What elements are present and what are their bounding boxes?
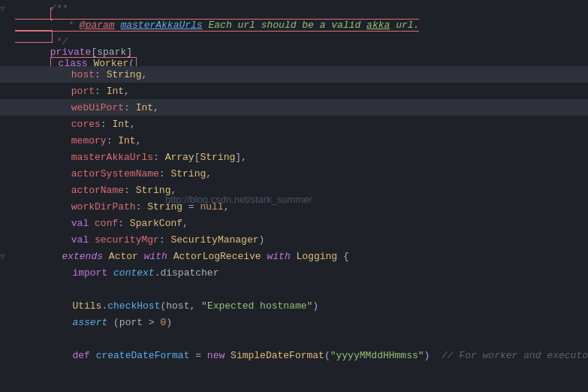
kw-private: private bbox=[50, 47, 92, 58]
fold-gutter-19 bbox=[0, 301, 11, 310]
code-editor: ▽ /** * @param masterAkkaUrls Each url s… bbox=[0, 0, 588, 392]
fn-createdateformat: createDateFormat bbox=[96, 350, 190, 361]
class-simpledateformat: SimpleDateFormat bbox=[231, 350, 324, 361]
fold-gutter-20 bbox=[0, 318, 11, 327]
fold-gutter-3 bbox=[0, 37, 11, 46]
fold-gutter-7 bbox=[0, 103, 11, 112]
fold-gutter-9 bbox=[0, 136, 11, 145]
punct-bracket: [spark] bbox=[91, 47, 132, 58]
fold-gutter-18 bbox=[0, 285, 11, 294]
fold-gutter-6 bbox=[0, 86, 11, 95]
fold-gutter-17 bbox=[0, 268, 11, 277]
fold-gutter-12 bbox=[0, 185, 11, 194]
fold-gutter-10 bbox=[0, 152, 11, 161]
fold-gutter-21 bbox=[0, 334, 11, 343]
import-context: context bbox=[113, 267, 155, 279]
comment-inline: // For worker and executor IDs bbox=[442, 350, 588, 361]
str-dateformat: "yyyyMMddHHmmss" bbox=[330, 350, 424, 361]
fold-gutter-4 bbox=[0, 53, 11, 62]
fold-gutter-1: ▽ bbox=[0, 4, 11, 14]
kw-def: def bbox=[61, 350, 96, 361]
fold-gutter-22 bbox=[0, 351, 11, 360]
kw-new: new bbox=[207, 350, 231, 361]
fold-gutter-8 bbox=[0, 119, 11, 128]
fold-gutter-5 bbox=[0, 70, 11, 79]
fold-gutter-15 bbox=[0, 235, 11, 244]
code-line-22: def createDateFormat = new SimpleDateFor… bbox=[0, 347, 588, 363]
fold-gutter-14 bbox=[0, 219, 11, 228]
code-line-20: assert (port > 0) bbox=[0, 314, 588, 330]
fn-assert: assert bbox=[72, 317, 107, 328]
code-line-17: import context.dispatcher bbox=[0, 264, 588, 281]
arg-port: port bbox=[119, 317, 143, 328]
fold-gutter-11 bbox=[0, 169, 11, 178]
fold-gutter-13 bbox=[0, 202, 11, 211]
import-dispatcher: dispatcher bbox=[160, 267, 219, 279]
fold-gutter-16: ▽ bbox=[0, 252, 11, 261]
fold-gutter-2 bbox=[0, 20, 11, 29]
kw-import: import bbox=[61, 267, 113, 279]
